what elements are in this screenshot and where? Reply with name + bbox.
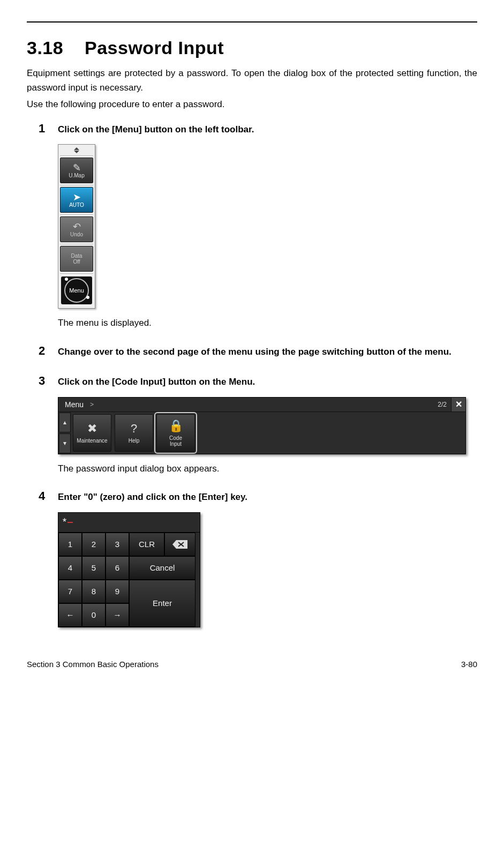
close-button[interactable]: ✕ [451,398,465,411]
key-7[interactable]: 7 [58,580,82,603]
wrench-icon: ✖ [87,422,97,436]
menu-item-label: Help [129,438,140,444]
undo-icon: ↶ [73,222,81,231]
auto-label: AUTO [69,202,84,208]
footer-right: 3-80 [461,660,477,669]
close-icon: ✕ [455,399,462,409]
arrow-right-icon: → [114,610,122,619]
page-footer: Section 3 Common Basic Operations 3-80 [27,660,477,669]
dataoff-label-2: Off [73,259,80,265]
menu-item-code-input[interactable]: 🔒 Code Input [156,414,195,452]
step-number: 4 [39,489,49,503]
key-4[interactable]: 4 [58,556,82,580]
intro-paragraph-2: Use the following procedure to enter a p… [27,97,477,111]
key-3[interactable]: 3 [106,533,129,556]
section-number: 3.18 [27,38,63,58]
toolbar-drag-handle[interactable] [60,146,93,154]
arrow-left-icon: ← [66,610,74,619]
top-rule [27,21,477,23]
section-title: Password Input [85,38,224,58]
step-number: 1 [39,122,49,136]
password-value: * [63,517,66,528]
key-5[interactable]: 5 [82,556,106,580]
umap-label: U.Map [69,173,84,178]
step-3: 3 Click on the [Code Input] button on th… [39,374,477,475]
umap-button[interactable]: ✎ U.Map [60,158,93,183]
step-title: Click on the [Menu] button on the left t… [58,122,254,138]
menu-item-help[interactable]: ? Help [115,414,153,452]
menubar-title: Menu [58,400,90,409]
key-6[interactable]: 6 [106,556,129,580]
intro-paragraph-1: Equipment settings are protected by a pa… [27,66,477,95]
step-title: Change over to the second page of the me… [58,344,452,361]
password-display: * [58,513,200,533]
footer-left: Section 3 Common Basic Operations [27,660,159,669]
key-cancel[interactable]: Cancel [129,556,195,580]
toolbar-figure: ✎ U.Map ➤ AUTO ↶ Undo Data Off [58,144,477,309]
undo-button[interactable]: ↶ Undo [60,216,93,242]
chevron-right-icon: > [90,401,99,408]
key-clr[interactable]: CLR [129,533,164,556]
undo-label: Undo [70,231,83,237]
key-9[interactable]: 9 [106,580,129,603]
menu-circle-icon: Menu [64,278,89,303]
step-1: 1 Click on the [Menu] button on the left… [39,122,477,330]
key-1[interactable]: 1 [58,533,82,556]
keypad-figure: * 1 2 3 CLR 4 5 6 Cance [58,512,477,627]
data-off-button[interactable]: Data Off [60,246,93,272]
auto-button[interactable]: ➤ AUTO [60,187,93,213]
page-indicator: 2/2 [433,401,451,408]
page-up-button[interactable]: ▴ [59,413,71,432]
menubar-figure: Menu > 2/2 ✕ ▴ ▾ [58,397,477,454]
step-4: 4 Enter "0" (zero) and click on the [Ent… [39,489,477,627]
step-number: 2 [39,344,49,358]
menu-label: Menu [69,287,84,294]
step-after-text: The menu is displayed. [58,316,477,330]
backspace-icon [172,540,188,549]
lock-icon: 🔒 [169,419,183,433]
chevron-down-icon: ▾ [63,439,66,447]
key-left[interactable]: ← [58,603,82,627]
section-heading: 3.18 Password Input [27,38,477,58]
step-number: 3 [39,374,49,388]
pencil-icon: ✎ [73,163,81,173]
page-switch: ▴ ▾ [58,412,71,454]
cursor-icon: ➤ [73,192,81,202]
menu-item-label: Maintenance [77,438,107,444]
key-2[interactable]: 2 [82,533,106,556]
chevron-up-icon: ▴ [63,418,66,426]
key-0[interactable]: 0 [82,603,106,627]
step-2: 2 Change over to the second page of the … [39,344,477,361]
steps-list: 1 Click on the [Menu] button on the left… [27,122,477,627]
key-8[interactable]: 8 [82,580,106,603]
step-after-text: The password input dialog box appears. [58,462,477,476]
step-title: Click on the [Code Input] button on the … [58,374,255,391]
menu-item-label: Code Input [169,435,182,447]
menu-item-maintenance[interactable]: ✖ Maintenance [73,414,111,452]
page-down-button[interactable]: ▾ [59,433,71,453]
key-enter[interactable]: Enter [129,580,195,627]
menu-button[interactable]: Menu [60,275,93,305]
key-right[interactable]: → [106,603,129,627]
step-title: Enter "0" (zero) and click on the [Enter… [58,489,247,506]
key-backspace[interactable] [164,533,195,556]
help-icon: ? [131,422,137,436]
dataoff-label-1: Data [71,253,82,259]
